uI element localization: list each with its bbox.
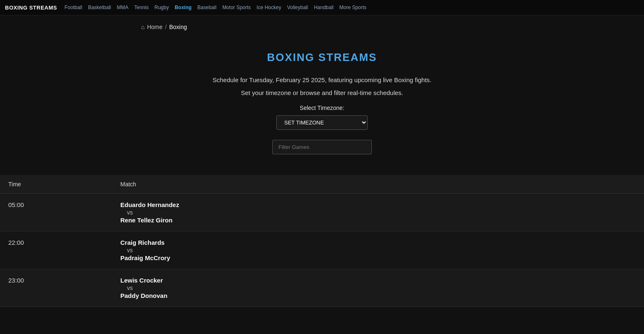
match-info: Craig Richards vs Padraig McCrory [112,232,644,269]
fighter2: Paddy Donovan [120,292,636,299]
schedule-description: Schedule for Tuesday, February 25 2025, … [8,76,636,83]
timezone-label: Select Timezone: [8,105,636,111]
match-info: Eduardo Hernandez vs Rene Tellez Giron [112,194,644,232]
main-content: BOXING STREAMS Schedule for Tuesday, Feb… [0,39,644,175]
nav-link-baseball[interactable]: Baseball [198,5,217,10]
timezone-select[interactable]: SET TIMEZONEUTC-12:00UTC-11:00UTC-10:00U… [276,115,368,130]
table-row[interactable]: 22:00 Craig Richards vs Padraig McCrory [0,232,644,269]
fighter2: Padraig McCrory [120,254,636,261]
filter-input[interactable] [272,140,372,154]
nav-link-handball[interactable]: Handball [314,5,333,10]
breadcrumb-current: Boxing [169,24,187,30]
col-match: Match [112,175,644,194]
match-time: 23:00 [0,269,112,307]
fighter1: Craig Richards [120,239,636,246]
match-info: Lewis Crocker vs Paddy Donovan [112,269,644,307]
fighter1: Eduardo Hernandez [120,201,636,208]
nav-link-ice-hockey[interactable]: Ice Hockey [256,5,281,10]
match-vs: vs [120,246,636,254]
nav-link-more-sports[interactable]: More Sports [339,5,366,10]
nav-link-mma[interactable]: MMA [117,5,129,10]
page-title: BOXING STREAMS [8,51,636,64]
match-time: 05:00 [0,194,112,232]
table-row[interactable]: 05:00 Eduardo Hernandez vs Rene Tellez G… [0,194,644,232]
nav-link-basketball[interactable]: Basketball [88,5,111,10]
nav-link-football[interactable]: Football [64,5,82,10]
navbar: BOXING STREAMS FootballBasketballMMATenn… [0,0,644,15]
schedule-table: Time Match 05:00 Eduardo Hernandez vs Re… [0,175,644,307]
breadcrumb-home-link[interactable]: Home [147,24,162,30]
col-time: Time [0,175,112,194]
table-header-row: Time Match [0,175,644,194]
match-vs: vs [120,208,636,217]
match-time: 22:00 [0,232,112,269]
nav-link-motor-sports[interactable]: Motor Sports [222,5,251,10]
breadcrumb-separator: / [165,24,167,30]
breadcrumb: ⌂ Home / Boxing [0,15,644,39]
timezone-description: Set your timezone or browse and filter r… [8,89,636,96]
site-logo: BOXING STREAMS [5,5,57,11]
nav-link-boxing[interactable]: Boxing [175,5,192,10]
home-icon: ⌂ [141,24,144,30]
table-row[interactable]: 23:00 Lewis Crocker vs Paddy Donovan [0,269,644,307]
nav-link-volleyball[interactable]: Volleyball [287,5,308,10]
nav-links: FootballBasketballMMATennisRugbyBoxingBa… [64,5,366,10]
fighter1: Lewis Crocker [120,277,636,284]
match-vs: vs [120,284,636,292]
nav-link-tennis[interactable]: Tennis [134,5,149,10]
nav-link-rugby[interactable]: Rugby [154,5,169,10]
fighter2: Rene Tellez Giron [120,217,636,224]
